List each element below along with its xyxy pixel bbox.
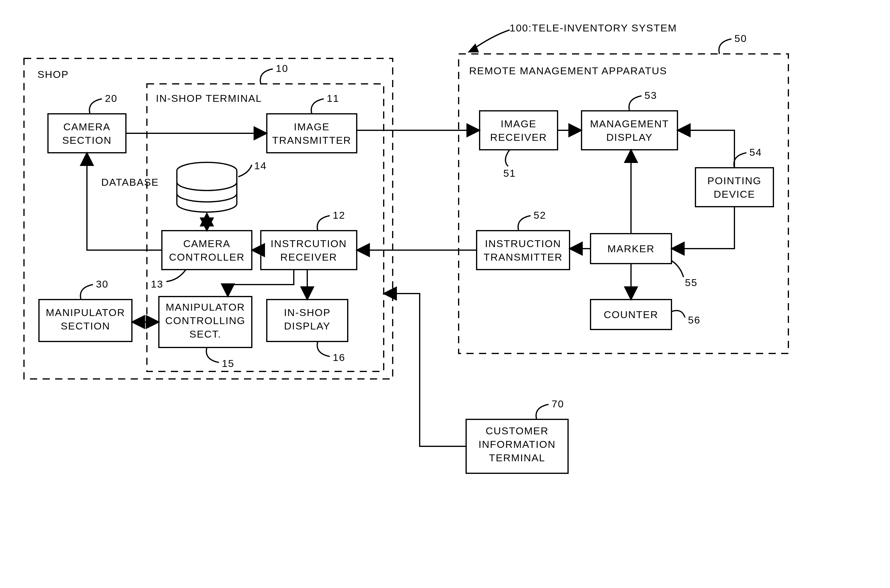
database-label: DATABASE <box>101 176 159 188</box>
management-display-box <box>582 111 678 150</box>
instruction-transmitter-box <box>477 231 570 270</box>
inshop-disp-l2: DISPLAY <box>284 320 330 332</box>
leader-10 <box>260 69 273 84</box>
counter-label: COUNTER <box>604 309 658 320</box>
cam-ctrl-l1: CAMERA <box>183 238 230 249</box>
customer-l3: TERMINAL <box>489 452 545 464</box>
manip-ctrl-l3: SECT. <box>189 328 221 340</box>
inshop-disp-l1: IN-SHOP <box>284 307 331 318</box>
instr-rx-l2: RECEIVER <box>280 251 337 263</box>
image-tx-l2: TRANSMITTER <box>272 135 351 146</box>
svg-marker-1 <box>468 44 479 52</box>
remote-label: REMOTE MANAGEMENT APPARATUS <box>469 65 667 76</box>
instruction-receiver-box <box>261 231 357 270</box>
mgmt-disp-l1: MANAGEMENT <box>590 118 669 129</box>
shop-label: SHOP <box>38 69 69 80</box>
arrow-customer-to-instrrx <box>384 294 466 446</box>
title-text: :TELE-INVENTORY SYSTEM <box>528 22 677 33</box>
mgmt-disp-l2: DISPLAY <box>606 132 652 143</box>
instr-tx-l2: TRANSMITTER <box>484 251 563 263</box>
num-16: 16 <box>333 352 345 363</box>
num-50: 50 <box>734 33 747 44</box>
manip-ctrl-l1: MANIPULATOR <box>166 302 245 313</box>
num-51: 51 <box>503 168 516 179</box>
num-54: 54 <box>749 147 762 158</box>
num-12: 12 <box>333 209 345 221</box>
num-53: 53 <box>645 90 657 101</box>
customer-l1: CUSTOMER <box>486 425 549 436</box>
num-13: 13 <box>151 278 163 290</box>
manip-ctrl-l2: CONTROLLING <box>165 315 245 326</box>
pointing-l2: DEVICE <box>714 188 755 200</box>
manip-sect-l1: MANIPULATOR <box>46 307 125 318</box>
image-tx-l1: IMAGE <box>294 121 330 132</box>
num-30: 30 <box>96 278 108 290</box>
num-11: 11 <box>327 93 339 104</box>
marker-label: MARKER <box>607 243 654 254</box>
cam-ctrl-l2: CONTROLLER <box>169 251 245 263</box>
camera-section-l2: SECTION <box>62 135 111 146</box>
arrow-pointing-to-marker <box>672 207 734 249</box>
instr-tx-l1: INSTRUCTION <box>485 238 561 249</box>
database-icon <box>177 162 237 212</box>
manip-sect-l2: SECTION <box>60 320 110 332</box>
svg-text:100:TELE-INVENTORY SYSTEM: 100:TELE-INVENTORY SYSTEM <box>510 22 677 33</box>
image-receiver-box <box>480 111 558 150</box>
title-group: 100:TELE-INVENTORY SYSTEM <box>468 22 677 52</box>
in-shop-terminal-label: IN-SHOP TERMINAL <box>156 93 262 104</box>
image-rx-l1: IMAGE <box>501 118 537 129</box>
arrow-camctrl-to-camerasection <box>87 153 162 250</box>
num-10: 10 <box>276 63 289 74</box>
instr-rx-l1: INSTRCUTION <box>271 238 347 249</box>
arrow-pointing-to-mgmtdisp <box>678 130 734 168</box>
pointing-device-box <box>695 168 773 207</box>
diagram-canvas: 100:TELE-INVENTORY SYSTEM SHOP IN-SHOP T… <box>0 0 890 588</box>
num-14: 14 <box>254 160 267 171</box>
num-55: 55 <box>685 277 698 288</box>
image-rx-l2: RECEIVER <box>490 132 547 143</box>
num-20: 20 <box>105 93 117 104</box>
image-transmitter-box <box>267 114 357 153</box>
num-52: 52 <box>534 209 546 221</box>
num-15: 15 <box>222 358 235 369</box>
num-56: 56 <box>688 314 701 326</box>
camera-section-l1: CAMERA <box>63 121 110 132</box>
title-number: 100 <box>510 22 528 33</box>
customer-l2: INFORMATION <box>478 438 555 450</box>
camera-section-box <box>48 114 126 153</box>
pointing-l1: POINTING <box>707 175 761 186</box>
num-70: 70 <box>552 398 564 410</box>
camera-controller-box <box>162 231 252 270</box>
arrow-instrrx-to-manipctrl <box>228 270 294 297</box>
